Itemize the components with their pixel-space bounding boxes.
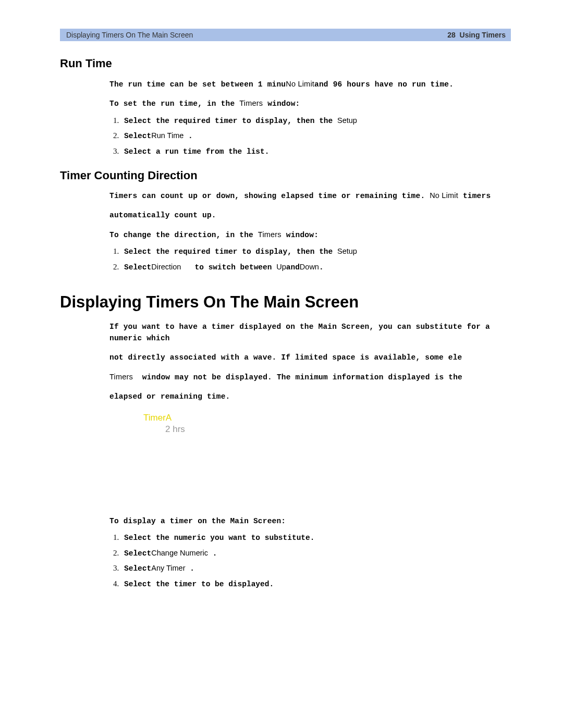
display-step-2: SelectChange Numeric . [121, 546, 511, 561]
timer-example-box: TimerA 2 hrs [143, 413, 511, 435]
run-time-step-2: SelectRun Time . [121, 128, 511, 144]
header-section-title: Using Timers [460, 31, 506, 39]
run-time-step-3: Select a run time from the list. [121, 144, 511, 159]
display-p2: not directly associated with a wave. If … [109, 352, 511, 363]
run-time-steps: Select the required timer to display, th… [109, 113, 511, 159]
display-step-1: Select the numeric you want to substitut… [121, 530, 511, 546]
direction-step-2: SelectDirection to switch between UpandD… [121, 260, 511, 275]
display-step-3: SelectAny Timer . [121, 561, 511, 576]
display-steps: Select the numeric you want to substitut… [109, 530, 511, 591]
timer-example-label: TimerA [143, 413, 511, 423]
direction-p2: automatically count up. [109, 209, 511, 221]
direction-steps: Select the required timer to display, th… [109, 244, 511, 275]
header-bar: Displaying Timers On The Main Screen 28 … [60, 29, 511, 41]
run-time-p1: The run time can be set between 1 minuNo… [109, 78, 511, 90]
timer-example-value: 2 hrs [165, 424, 511, 435]
display-p3: Timers window may not be displayed. The … [109, 371, 511, 383]
direction-heading: Timer Counting Direction [60, 169, 511, 182]
spacer [60, 445, 511, 508]
direction-step-1: Select the required timer to display, th… [121, 244, 511, 260]
direction-p3: To change the direction, in the Timers w… [109, 229, 511, 241]
display-heading: Displaying Timers On The Main Screen [60, 293, 511, 312]
run-time-p2: To set the run time, in the Timers windo… [109, 97, 511, 109]
display-step-4: Select the timer to be displayed. [121, 576, 511, 592]
display-p5: To display a timer on the Main Screen: [109, 515, 511, 527]
header-page-num: 28 [447, 31, 456, 39]
page-container: Displaying Timers On The Main Screen 28 … [0, 0, 563, 728]
run-time-step-1: Select the required timer to display, th… [121, 113, 511, 129]
display-p4: elapsed or remaining time. [109, 391, 511, 402]
header-right: 28 Using Timers [447, 31, 506, 39]
display-p1: If you want to have a timer displayed on… [109, 321, 511, 344]
direction-p1: Timers can count up or down, showing ela… [109, 190, 511, 202]
run-time-heading: Run Time [60, 57, 511, 70]
header-left: Displaying Timers On The Main Screen [66, 31, 193, 39]
